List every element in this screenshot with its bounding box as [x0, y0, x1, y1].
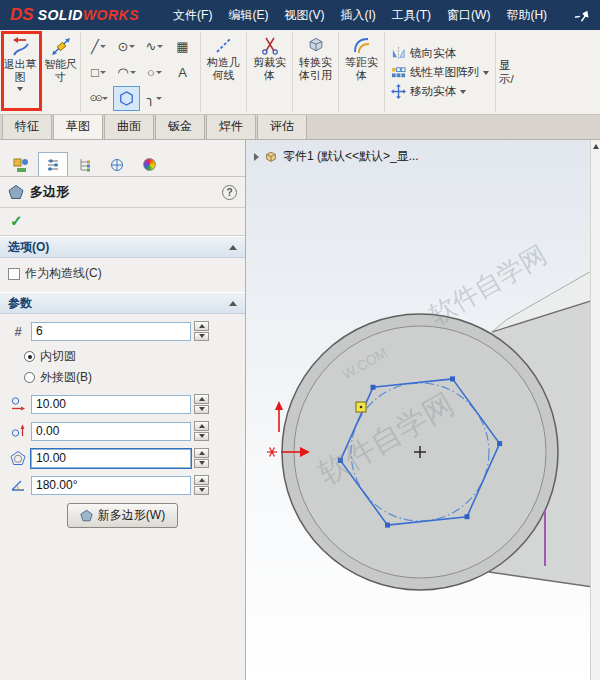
- radio-icon[interactable]: [24, 372, 35, 383]
- chevron-down-icon[interactable]: [100, 45, 106, 48]
- spline-tool-button[interactable]: ∿: [141, 34, 168, 59]
- spin-up-icon[interactable]: [194, 321, 209, 331]
- smart-dimension-button[interactable]: 智能尺寸: [41, 32, 81, 112]
- spin-down-icon[interactable]: [194, 432, 209, 442]
- trim-entities-label: 剪裁实体: [249, 56, 290, 82]
- circle-diameter-input[interactable]: [31, 449, 191, 468]
- tab-weldments[interactable]: 焊件: [206, 114, 256, 139]
- menu-file[interactable]: 文件(F): [173, 7, 212, 24]
- rectangle-tool-button[interactable]: □: [85, 60, 112, 85]
- spin-down-icon[interactable]: [194, 332, 209, 342]
- chevron-down-icon[interactable]: [460, 90, 466, 94]
- menu-insert[interactable]: 插入(I): [340, 7, 375, 24]
- chevron-down-icon[interactable]: [483, 71, 489, 75]
- chevron-down-icon[interactable]: [156, 97, 162, 100]
- menu-window[interactable]: 窗口(W): [447, 7, 490, 24]
- collapse-chevron-icon[interactable]: [229, 301, 237, 306]
- chevron-down-icon[interactable]: [100, 71, 106, 74]
- polygon-cursor-icon: [356, 402, 366, 412]
- center-y-input[interactable]: [31, 422, 191, 441]
- offset-entities-button[interactable]: 等距实体: [339, 32, 385, 112]
- menu-view[interactable]: 视图(V): [284, 7, 324, 24]
- construction-geometry-button[interactable]: 构造几何线: [201, 32, 247, 112]
- parameters-section-header[interactable]: 参数: [0, 292, 245, 314]
- line-tool-button[interactable]: ╱: [85, 34, 112, 59]
- ds-logo-mark: DS: [10, 5, 34, 25]
- radio-selected-icon[interactable]: [24, 351, 35, 362]
- mirror-entities-button[interactable]: 镜向实体: [391, 46, 489, 61]
- feature-tree-label[interactable]: 零件1 (默认<<默认>_显...: [283, 148, 419, 165]
- arc-tool-button[interactable]: ◠: [113, 60, 140, 85]
- circle-tool-button[interactable]: ⊙: [113, 34, 140, 59]
- options-section-label: 选项(O): [8, 239, 49, 256]
- tab-dimxpert[interactable]: [102, 152, 132, 176]
- chevron-down-icon[interactable]: [156, 71, 162, 74]
- polygon-tool-button[interactable]: [113, 86, 140, 111]
- ellipse-tool-button[interactable]: ○: [141, 60, 168, 85]
- logo-text-solid: SOLID: [38, 7, 83, 23]
- parameters-section-label: 参数: [8, 295, 32, 312]
- spin-up-icon[interactable]: [194, 475, 209, 485]
- solidworks-window: DS SOLIDWORKS 文件(F) 编辑(E) 视图(V) 插入(I) 工具…: [0, 0, 600, 680]
- selection-box-button[interactable]: ▦: [169, 34, 196, 59]
- spin-up-icon[interactable]: [194, 421, 209, 431]
- spin-up-icon[interactable]: [194, 448, 209, 458]
- tab-surfaces[interactable]: 曲面: [104, 114, 154, 139]
- tab-evaluate[interactable]: 评估: [257, 114, 307, 139]
- move-entities-button[interactable]: 移动实体: [391, 84, 489, 99]
- expand-arrow-icon[interactable]: [254, 153, 259, 161]
- fillet-tool-button[interactable]: ╮: [141, 86, 168, 111]
- chevron-down-icon[interactable]: [130, 71, 136, 74]
- menu-help[interactable]: 帮助(H): [506, 7, 547, 24]
- checkbox[interactable]: [8, 268, 20, 280]
- spin-up-icon[interactable]: [194, 394, 209, 404]
- chevron-down-icon[interactable]: [102, 97, 108, 100]
- linear-pattern-button[interactable]: 线性草图阵列: [391, 65, 489, 80]
- collapse-chevron-icon[interactable]: [229, 245, 237, 250]
- chevron-down-icon[interactable]: [129, 45, 135, 48]
- angle-spinner[interactable]: [194, 475, 209, 495]
- menu-tools[interactable]: 工具(T): [392, 7, 431, 24]
- spin-down-icon[interactable]: [194, 459, 209, 469]
- sides-spinner[interactable]: [194, 321, 209, 341]
- dimxpert-icon: [109, 157, 125, 173]
- chevron-down-icon[interactable]: [17, 87, 23, 91]
- exit-sketch-button[interactable]: 退出草图: [0, 32, 41, 112]
- spin-down-icon[interactable]: [194, 486, 209, 496]
- display-relations-button[interactable]: 显示/删除几何关系: [496, 32, 520, 112]
- trim-entities-button[interactable]: 剪裁实体: [247, 32, 293, 112]
- new-polygon-button[interactable]: 新多边形(W): [67, 503, 178, 528]
- scroll-up-icon[interactable]: [593, 144, 599, 149]
- circle-diameter-spinner[interactable]: [194, 448, 209, 468]
- center-x-input[interactable]: [31, 395, 191, 414]
- text-tool-button[interactable]: A: [169, 60, 196, 85]
- convert-entities-button[interactable]: 转换实体引用: [293, 32, 339, 112]
- circumscribed-circle-radio[interactable]: 外接圆(B): [24, 369, 237, 386]
- help-icon[interactable]: ?: [222, 185, 237, 200]
- construction-checkbox-row[interactable]: 作为构造线(C): [8, 265, 237, 282]
- slot-tool-button[interactable]: ⊙⊙: [85, 86, 112, 111]
- scrollbar[interactable]: [590, 140, 600, 680]
- spin-down-icon[interactable]: [194, 405, 209, 415]
- graphics-area[interactable]: 软件自学网 W.COM 软件自学网 零件1 (默认<<默认>_显...: [246, 140, 600, 680]
- angle-input[interactable]: [31, 476, 191, 495]
- chevron-down-icon[interactable]: [157, 45, 163, 48]
- pin-icon[interactable]: [573, 5, 592, 24]
- tab-appearances[interactable]: [134, 152, 164, 176]
- center-y-spinner[interactable]: [194, 421, 209, 441]
- inscribed-circle-radio[interactable]: 内切圆: [24, 348, 237, 365]
- tab-features[interactable]: 特征: [2, 114, 52, 139]
- tab-featuremanager-tree[interactable]: [6, 152, 36, 176]
- tab-propertymanager[interactable]: [38, 152, 68, 176]
- options-section-header[interactable]: 选项(O): [0, 236, 245, 258]
- model-viewport[interactable]: 软件自学网 W.COM 软件自学网: [246, 140, 600, 680]
- tab-sheet-metal[interactable]: 钣金: [155, 114, 205, 139]
- center-x-spinner[interactable]: [194, 394, 209, 414]
- polygon-icon: [8, 184, 24, 200]
- menu-edit[interactable]: 编辑(E): [228, 7, 268, 24]
- sides-input[interactable]: [31, 322, 191, 341]
- tab-configurations[interactable]: [70, 152, 100, 176]
- solidworks-logo: DS SOLIDWORKS: [10, 5, 139, 25]
- ok-button[interactable]: ✓: [10, 212, 23, 229]
- tab-sketch[interactable]: 草图: [53, 113, 103, 139]
